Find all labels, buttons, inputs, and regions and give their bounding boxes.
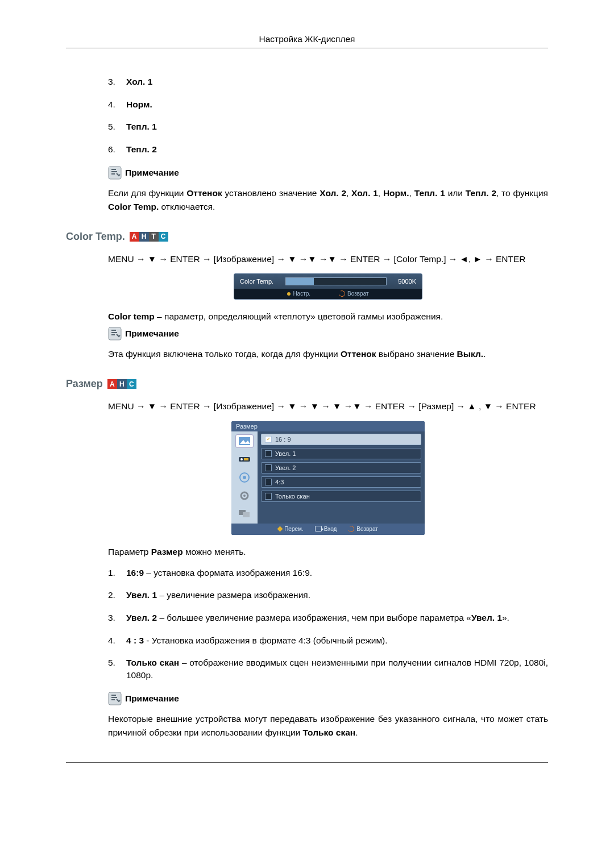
badge-c-icon: C bbox=[127, 379, 136, 389]
note-label: Примечание bbox=[125, 329, 179, 339]
note-icon bbox=[108, 327, 122, 340]
check-icon: ✔ bbox=[265, 436, 272, 443]
tone-list: 3. Хол. 1 4. Норм. 5. Тепл. 1 6. Тепл. 2 bbox=[108, 76, 548, 156]
return-icon bbox=[347, 525, 355, 533]
osd-option: 4:3 bbox=[261, 476, 421, 488]
badge-t-icon: T bbox=[149, 232, 159, 242]
osd-option: Увел. 2 bbox=[261, 462, 421, 474]
page-header-title: Настройка ЖК-дисплея bbox=[66, 34, 548, 44]
check-icon bbox=[265, 493, 272, 500]
badge-h-icon: H bbox=[117, 379, 127, 389]
list-item: 5. Только скан – отображение вводимых сц… bbox=[108, 657, 548, 681]
list-item: 4. 4 : 3 - Установка изображения в форма… bbox=[108, 634, 548, 647]
note-text: Эта функция включена только тогда, когда… bbox=[108, 347, 548, 361]
input-tab-icon bbox=[236, 453, 253, 466]
sound-tab-icon bbox=[236, 471, 253, 484]
osd-slider-bar bbox=[285, 277, 387, 285]
osd-option: ✔16 : 9 bbox=[261, 434, 421, 445]
footer-rule bbox=[66, 762, 548, 763]
svg-point-8 bbox=[243, 476, 246, 479]
input-badges: A H C bbox=[107, 379, 136, 389]
note-heading: Примечание bbox=[108, 166, 548, 180]
osd-size-screenshot: Размер bbox=[231, 421, 425, 535]
multi-tab-icon bbox=[236, 508, 253, 520]
color-temp-description: Color temp – параметр, определяющий «теп… bbox=[108, 310, 548, 323]
osd-option: Только скан bbox=[261, 491, 421, 502]
svg-rect-12 bbox=[243, 512, 250, 517]
adjust-icon bbox=[287, 292, 291, 296]
document-page: Настройка ЖК-дисплея 3. Хол. 1 4. Норм. … bbox=[0, 0, 614, 868]
list-item: 6. Тепл. 2 bbox=[108, 143, 548, 156]
svg-rect-0 bbox=[109, 167, 121, 179]
note-heading: Примечание bbox=[108, 327, 548, 340]
osd-slider-label: Color Temp. bbox=[240, 278, 280, 285]
svg-rect-13 bbox=[109, 692, 121, 705]
osd-slider-value: 5000K bbox=[392, 278, 416, 285]
check-icon bbox=[265, 464, 272, 471]
setup-tab-icon bbox=[236, 489, 253, 502]
osd-color-temp-screenshot: Color Temp. 5000K Настр. Возврат bbox=[234, 273, 422, 300]
osd-menu-options: ✔16 : 9 Увел. 1 Увел. 2 4:3 Только скан bbox=[258, 431, 425, 524]
list-item: 1. 16:9 – установка формата изображения … bbox=[108, 567, 548, 579]
note-text: Некоторые внешние устройства могут перед… bbox=[108, 712, 548, 740]
header-rule bbox=[66, 48, 548, 48]
list-item: 5. Тепл. 1 bbox=[108, 121, 548, 133]
badge-c-icon: C bbox=[159, 232, 168, 242]
osd-option: Увел. 1 bbox=[261, 448, 421, 459]
note-icon bbox=[108, 166, 122, 180]
section-title-color-temp: Color Temp. A H T C bbox=[66, 231, 548, 243]
note-icon bbox=[108, 692, 122, 705]
list-item: 3. Хол. 1 bbox=[108, 76, 548, 88]
list-item: 4. Норм. bbox=[108, 98, 548, 111]
enter-icon bbox=[315, 526, 322, 531]
section-title-size: Размер A H C bbox=[66, 378, 548, 390]
list-item: 2. Увел. 1 – увеличение размера изображе… bbox=[108, 589, 548, 601]
osd-menu-title: Размер bbox=[231, 421, 425, 431]
badge-a-icon: A bbox=[130, 232, 139, 242]
menu-path-color-temp: MENU → ▼ → ENTER → [Изображение] → ▼ →▼ … bbox=[108, 252, 548, 267]
svg-rect-1 bbox=[109, 327, 121, 340]
svg-point-5 bbox=[240, 458, 243, 460]
size-intro: Параметр Размер можно менять. bbox=[108, 545, 548, 559]
badge-h-icon: H bbox=[139, 232, 149, 242]
size-list: 1. 16:9 – установка формата изображения … bbox=[108, 567, 548, 682]
check-icon bbox=[265, 479, 272, 485]
svg-point-10 bbox=[243, 495, 246, 497]
picture-tab-icon bbox=[236, 435, 253, 447]
list-item: 3. Увел. 2 – большее увеличение размера … bbox=[108, 612, 548, 624]
note-label: Примечание bbox=[125, 693, 179, 704]
note-heading: Примечание bbox=[108, 692, 548, 705]
menu-path-size: MENU → ▼ → ENTER → [Изображение] → ▼ → ▼… bbox=[108, 399, 548, 414]
note-label: Примечание bbox=[125, 168, 179, 178]
content-area: 3. Хол. 1 4. Норм. 5. Тепл. 1 6. Тепл. 2 bbox=[66, 76, 548, 740]
return-icon bbox=[338, 290, 346, 298]
svg-rect-6 bbox=[244, 458, 248, 460]
check-icon bbox=[265, 450, 272, 457]
move-icon bbox=[277, 526, 283, 531]
osd-menu-sidebar bbox=[231, 431, 258, 524]
input-badges: A H T C bbox=[130, 232, 168, 242]
note-text: Если для функции Оттенок установлено зна… bbox=[108, 186, 548, 214]
badge-a-icon: A bbox=[107, 379, 117, 389]
